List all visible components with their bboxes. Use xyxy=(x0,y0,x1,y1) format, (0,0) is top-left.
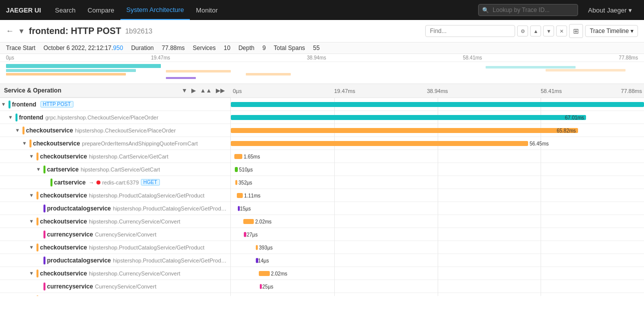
find-input[interactable] xyxy=(425,25,515,37)
span-rows-container: ▼frontendHTTP POST▼frontendgrpc.hipsters… xyxy=(0,98,644,296)
span-color-bar-4 xyxy=(36,152,38,160)
span-op-9: hipstershop.CurrencyService/Convert xyxy=(89,218,180,224)
vline-25 xyxy=(334,228,335,241)
span-timeline-4: 1.65ms xyxy=(231,150,644,163)
timeline-bar-11 xyxy=(256,245,258,250)
nav-system-architecture[interactable]: System Architecture xyxy=(120,0,190,20)
vline-75 xyxy=(541,215,541,228)
find-settings-btn[interactable]: ⚙ xyxy=(517,26,528,36)
back-button[interactable]: ← xyxy=(6,26,14,36)
vline-50 xyxy=(438,176,438,189)
span-toggle-1[interactable]: ▼ xyxy=(7,114,14,120)
ruler-3: 58.41ms xyxy=(463,55,482,60)
find-close-btn[interactable]: ✕ xyxy=(556,26,567,36)
span-label-11[interactable]: ▼checkoutservicehipstershop.ProductCatal… xyxy=(0,241,231,254)
time-mark-1: 19.47ms xyxy=(334,88,355,94)
timeline-bar-9 xyxy=(243,219,254,224)
span-op-7: hipstershop.ProductCatalogService/GetPro… xyxy=(89,192,204,198)
span-label-1[interactable]: ▼frontendgrpc.hipstershop.CheckoutServic… xyxy=(0,111,231,124)
span-color-bar-10 xyxy=(43,230,45,238)
timeline-bar-3 xyxy=(231,141,528,146)
vline-25 xyxy=(334,202,335,215)
span-label-14[interactable]: currencyserviceCurrencyService/Convert xyxy=(0,280,231,293)
vline-75 xyxy=(541,267,541,280)
vline-50 xyxy=(438,254,438,267)
span-row-9: ▼checkoutservicehipstershop.CurrencyServ… xyxy=(0,215,644,228)
nav-search-area: 🔍 About Jaeger ▾ xyxy=(478,0,638,20)
vline-50 xyxy=(438,150,438,163)
trace-timeline-dropdown[interactable]: Trace Timeline ▾ xyxy=(585,25,638,37)
span-toggle-13[interactable]: ▼ xyxy=(28,270,35,276)
time-mark-4: 77.88ms xyxy=(621,88,642,94)
duration-label: Duration xyxy=(131,44,153,52)
span-toggle-9[interactable]: ▼ xyxy=(28,218,35,224)
span-row-12: productcatalogservicehipstershop.Product… xyxy=(0,254,644,267)
about-jaeger-btn[interactable]: About Jaeger ▾ xyxy=(582,0,638,20)
ruler-4: 77.88ms xyxy=(619,55,638,60)
span-label-3[interactable]: ▼checkoutserviceprepareOrderItemsAndShip… xyxy=(0,137,231,150)
trace-lookup-input[interactable] xyxy=(478,4,578,16)
trace-id: 1b92613 xyxy=(125,27,153,35)
span-label-0[interactable]: ▼frontendHTTP POST xyxy=(0,98,231,111)
trace-layout-btn[interactable]: ⊞ xyxy=(569,24,583,38)
span-duration-4: 1.65ms xyxy=(244,154,260,159)
span-service-10: currencyservice xyxy=(47,231,93,238)
span-label-2[interactable]: ▼checkoutservicehipstershop.CheckoutServ… xyxy=(0,124,231,137)
span-toggle-0[interactable]: ▼ xyxy=(0,102,7,107)
span-timeline-9: 2.02ms xyxy=(231,215,644,228)
span-label-10[interactable]: currencyserviceCurrencyService/Convert xyxy=(0,228,231,241)
vline-50 xyxy=(438,280,438,293)
vline-75 xyxy=(541,254,541,267)
span-label-12[interactable]: productcatalogservicehipstershop.Product… xyxy=(0,254,231,267)
span-toggle-4[interactable]: ▼ xyxy=(28,154,35,159)
span-label-13[interactable]: ▼checkoutservicehipstershop.CurrencyServ… xyxy=(0,267,231,280)
span-timeline-3: 56.45ms xyxy=(231,137,644,150)
vline-50 xyxy=(438,189,438,202)
vline-50 xyxy=(438,228,438,241)
find-down-btn[interactable]: ▼ xyxy=(543,26,554,36)
nav-down-btn[interactable]: ▼ xyxy=(179,86,189,95)
svg-rect-6 xyxy=(486,66,576,68)
span-toggle-11[interactable]: ▼ xyxy=(28,244,35,250)
span-label-7[interactable]: ▼checkoutservicehipstershop.ProductCatal… xyxy=(0,189,231,202)
span-label-9[interactable]: ▼checkoutservicehipstershop.CurrencyServ… xyxy=(0,215,231,228)
span-label-15[interactable]: ▼checkoutservicehipstershop.ProductCatal… xyxy=(0,293,231,296)
span-toggle-7[interactable]: ▼ xyxy=(28,192,35,198)
nav-fast-right-btn[interactable]: ▶▶ xyxy=(214,86,227,95)
total-spans-value: 55 xyxy=(313,44,320,52)
span-row-3: ▼checkoutserviceprepareOrderItemsAndShip… xyxy=(0,137,644,150)
trace-lookup-wrap: 🔍 xyxy=(478,4,578,16)
svg-rect-7 xyxy=(546,69,626,72)
nav-right-btn[interactable]: ▶ xyxy=(189,86,198,95)
span-color-bar-8 xyxy=(43,204,45,212)
find-up-btn[interactable]: ▲ xyxy=(530,26,541,36)
span-label-5[interactable]: ▼cartservicehipstershop.CartService/GetC… xyxy=(0,163,231,176)
span-toggle-2[interactable]: ▼ xyxy=(14,128,21,133)
span-op-12: hipstershop.ProductCatalogService/GetPro… xyxy=(113,258,228,264)
nav-up-btn[interactable]: ▲▲ xyxy=(198,86,214,95)
span-row-14: currencyserviceCurrencyService/Convert25… xyxy=(0,280,644,293)
span-toggle-5[interactable]: ▼ xyxy=(35,166,42,172)
nav-search[interactable]: Search xyxy=(49,0,81,20)
span-toggle-3[interactable]: ▼ xyxy=(21,140,28,146)
span-timeline-12: 14µs xyxy=(231,254,644,267)
svg-rect-3 xyxy=(166,70,231,72)
span-label-4[interactable]: ▼checkoutservicehipstershop.CartService/… xyxy=(0,150,231,163)
span-timeline-6: 352µs xyxy=(231,176,644,189)
svg-rect-5 xyxy=(166,77,196,79)
timeline-bar-6 xyxy=(235,180,237,185)
span-timeline-2: 65.82ms xyxy=(231,124,644,137)
span-op-3: prepareOrderItemsAndShippingQuoteFromCar… xyxy=(82,140,198,146)
span-service-12: productcatalogservice xyxy=(47,257,111,264)
nav-monitor[interactable]: Monitor xyxy=(190,0,223,20)
span-label-8[interactable]: productcatalogservicehipstershop.Product… xyxy=(0,202,231,215)
timeline-bar-2 xyxy=(231,128,578,133)
nav-compare[interactable]: Compare xyxy=(81,0,120,20)
vline-50 xyxy=(438,163,438,176)
vline-50 xyxy=(438,215,438,228)
mini-timeline: 0µs 19.47ms 38.94ms 58.41ms 77.88ms xyxy=(0,54,644,84)
trace-collapse-toggle[interactable]: ▼ xyxy=(18,27,25,35)
span-timeline-0 xyxy=(231,98,644,111)
span-label-6[interactable]: cartservice→redis-cart:6379HGET xyxy=(0,176,231,189)
span-row-1: ▼frontendgrpc.hipstershop.CheckoutServic… xyxy=(0,111,644,124)
